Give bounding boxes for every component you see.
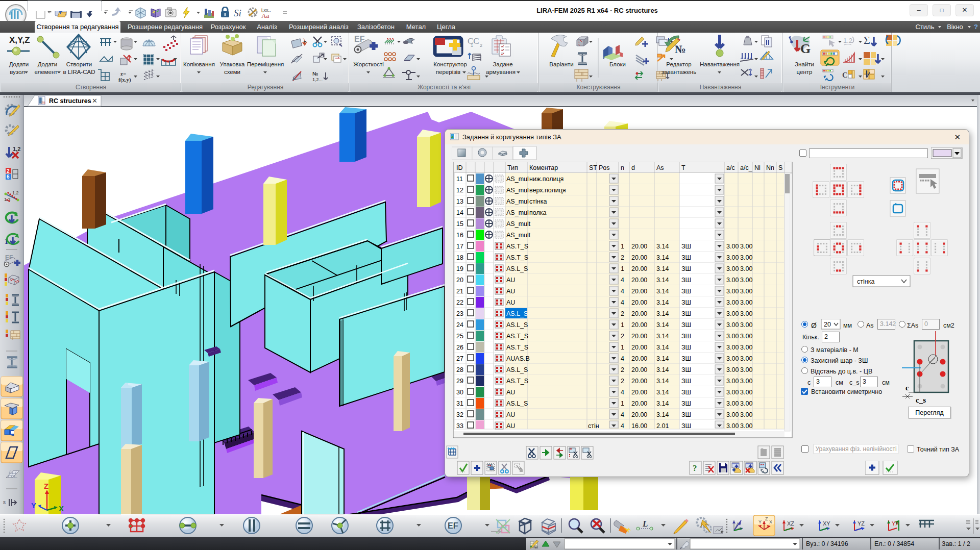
svg-text:ЗШ: ЗШ — [681, 288, 691, 295]
svg-text:Pos: Pos — [599, 164, 610, 171]
svg-text:20.00: 20.00 — [631, 288, 647, 295]
svg-text:AS.L_S: AS.L_S — [506, 366, 528, 373]
svg-text:4: 4 — [621, 422, 624, 430]
svg-text:20.00: 20.00 — [631, 265, 647, 272]
svg-text:20.00: 20.00 — [631, 321, 647, 329]
svg-text:13: 13 — [456, 198, 463, 205]
svg-text:20.00: 20.00 — [631, 310, 647, 317]
svg-text:3.00: 3.00 — [740, 288, 752, 295]
svg-text:3.14: 3.14 — [656, 389, 669, 396]
svg-text:3.00: 3.00 — [740, 310, 752, 317]
svg-text:1: 1 — [621, 400, 624, 407]
svg-text:3.00: 3.00 — [740, 344, 752, 351]
svg-text:стінка: стінка — [857, 278, 874, 285]
svg-text:AS.L_S: AS.L_S — [506, 400, 528, 407]
svg-text:Додати: Додати — [9, 61, 29, 67]
svg-text:AS.L_S: AS.L_S — [506, 321, 528, 329]
svg-text:3.14: 3.14 — [656, 310, 669, 317]
svg-text:3.00: 3.00 — [726, 366, 739, 373]
svg-text:ЗШ: ЗШ — [681, 265, 691, 272]
svg-text:20.00: 20.00 — [631, 411, 647, 418]
svg-text:20.00: 20.00 — [631, 366, 647, 373]
svg-text:ЗШ: ЗШ — [681, 400, 691, 407]
svg-text:4: 4 — [621, 411, 624, 418]
svg-text:✕: ✕ — [92, 97, 97, 105]
svg-text:2: 2 — [480, 43, 482, 48]
svg-text:ЗШ: ЗШ — [681, 378, 691, 385]
svg-text:Копіювання: Копіювання — [183, 61, 215, 67]
svg-text:3.00: 3.00 — [740, 400, 752, 407]
svg-text:17: 17 — [456, 243, 463, 250]
svg-text:AS.T_S: AS.T_S — [506, 243, 528, 250]
svg-text:перерізів: перерізів — [436, 69, 460, 75]
svg-text:22: 22 — [456, 299, 463, 306]
svg-text:T: T — [681, 164, 685, 171]
svg-text:Зав.: 1 / 2: Зав.: 1 / 2 — [942, 540, 970, 547]
svg-text:№: № — [312, 71, 318, 77]
svg-text:ЗШ: ЗШ — [681, 310, 691, 317]
svg-text:ниж.полиця: ниж.полиця — [529, 176, 564, 183]
svg-text:24: 24 — [456, 321, 463, 329]
svg-text:20.00: 20.00 — [631, 299, 647, 306]
svg-text:AS.T_S: AS.T_S — [506, 378, 528, 385]
svg-text:Задане: Задане — [493, 61, 512, 67]
svg-text:15: 15 — [456, 220, 463, 228]
svg-text:12: 12 — [456, 187, 463, 194]
svg-text:3.14: 3.14 — [656, 299, 669, 306]
svg-text:XY: XY — [823, 520, 830, 527]
svg-text:3.00: 3.00 — [726, 378, 739, 385]
svg-text:a/c: a/c — [726, 164, 735, 171]
svg-text:c_s: c_s — [916, 396, 926, 404]
svg-text:3.00: 3.00 — [740, 355, 752, 362]
svg-text:19: 19 — [456, 265, 463, 272]
svg-text:L: L — [642, 519, 648, 529]
svg-text:3.00: 3.00 — [740, 389, 752, 396]
svg-text:1: 1 — [621, 344, 624, 351]
svg-text:схеми: схеми — [224, 69, 240, 75]
svg-text:ЗШ: ЗШ — [681, 389, 691, 396]
svg-text:3.00: 3.00 — [726, 254, 739, 261]
svg-text:AS_mul: AS_mul — [506, 209, 529, 216]
svg-text:3.14: 3.14 — [656, 321, 669, 329]
svg-text:3.00: 3.00 — [726, 344, 739, 351]
svg-text:Упаковка: Упаковка — [220, 61, 245, 67]
svg-text:3.14: 3.14 — [656, 355, 669, 362]
svg-text:завантажень: завантажень — [662, 69, 696, 75]
svg-text:Переміщення: Переміщення — [247, 61, 284, 67]
svg-text:3.00: 3.00 — [740, 265, 752, 272]
svg-text:AS.T_S: AS.T_S — [506, 344, 528, 351]
svg-text:ЗШ: ЗШ — [681, 299, 691, 306]
svg-text:AU: AU — [506, 288, 515, 295]
svg-text:20.00: 20.00 — [631, 254, 647, 261]
svg-text:X,Y,Z: X,Y,Z — [9, 35, 30, 45]
svg-text:25: 25 — [456, 333, 463, 340]
svg-text:3.00: 3.00 — [726, 288, 739, 295]
svg-text:ЗШ: ЗШ — [681, 411, 691, 418]
svg-text:G: G — [800, 41, 811, 56]
svg-text:4: 4 — [621, 299, 624, 306]
svg-text:2: 2 — [621, 333, 624, 340]
svg-text:1: 1 — [471, 43, 473, 48]
svg-text:AS_mul: AS_mul — [506, 187, 529, 194]
svg-text:Ел.: 0 / 34854: Ел.: 0 / 34854 — [874, 540, 914, 547]
svg-text:2.01: 2.01 — [656, 422, 669, 430]
svg-text:3.00: 3.00 — [740, 321, 752, 329]
svg-text:Блоки: Блоки — [609, 61, 626, 67]
svg-text:стін: стін — [588, 422, 599, 430]
svg-text:Редактор: Редактор — [666, 61, 692, 67]
svg-text:AU: AU — [506, 299, 515, 306]
svg-text:3.00: 3.00 — [740, 277, 752, 284]
svg-text:RC structures: RC structures — [49, 97, 91, 105]
svg-text:20.00: 20.00 — [631, 355, 647, 362]
svg-text:Вуз.: 0 / 34196: Вуз.: 0 / 34196 — [806, 540, 848, 547]
svg-text:Nn: Nn — [766, 164, 774, 171]
svg-text:4: 4 — [621, 288, 624, 295]
svg-text:2: 2 — [621, 378, 624, 385]
svg-text:3.00: 3.00 — [740, 378, 752, 385]
svg-text:AS_mult: AS_mult — [506, 232, 531, 239]
svg-text:3.14: 3.14 — [656, 288, 669, 295]
svg-text:2: 2 — [621, 310, 624, 317]
svg-text:f(x,y): f(x,y) — [118, 77, 131, 83]
svg-text:ЗШ: ЗШ — [681, 321, 691, 329]
svg-text:3.00: 3.00 — [740, 411, 752, 418]
